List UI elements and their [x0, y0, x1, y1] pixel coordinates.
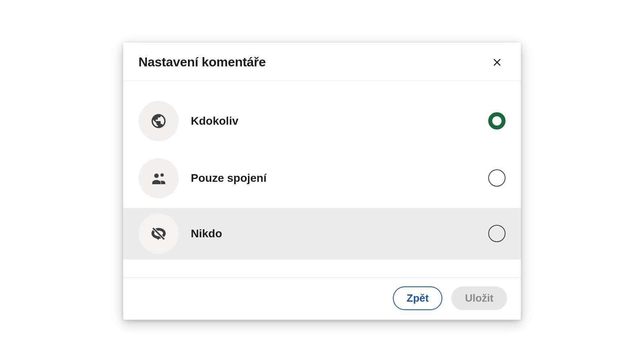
close-icon — [491, 56, 503, 68]
spacer — [123, 259, 521, 277]
radio-connections[interactable] — [488, 169, 506, 187]
people-icon — [150, 170, 167, 187]
icon-circle — [138, 214, 179, 254]
dialog-header: Nastavení komentáře — [123, 43, 521, 81]
back-button[interactable]: Zpět — [393, 286, 442, 310]
options-list: Kdokoliv Pouze spojení — [123, 81, 521, 277]
globe-icon — [150, 113, 167, 130]
option-nobody[interactable]: Nikdo — [123, 208, 521, 259]
comment-settings-dialog: Nastavení komentáře Kdokoliv — [123, 43, 521, 320]
svg-point-0 — [154, 173, 159, 178]
option-label: Kdokoliv — [191, 115, 476, 128]
icon-circle — [138, 158, 179, 198]
save-button[interactable]: Uložit — [451, 286, 507, 310]
dialog-footer: Zpět Uložit — [123, 277, 521, 320]
close-button[interactable] — [489, 54, 506, 71]
radio-anyone[interactable] — [488, 112, 506, 130]
radio-nobody[interactable] — [488, 225, 506, 242]
icon-circle — [138, 101, 179, 141]
comment-off-icon — [150, 225, 167, 242]
option-label: Nikdo — [191, 227, 476, 240]
option-connections[interactable]: Pouze spojení — [123, 152, 521, 204]
dialog-title: Nastavení komentáře — [138, 55, 266, 70]
option-anyone[interactable]: Kdokoliv — [123, 95, 521, 147]
svg-point-1 — [161, 173, 164, 177]
option-label: Pouze spojení — [191, 172, 476, 185]
